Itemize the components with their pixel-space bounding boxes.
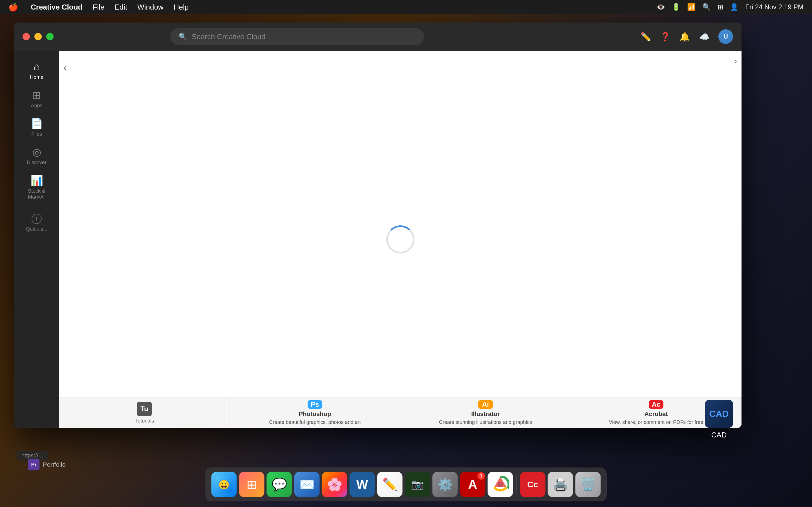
search-icon: 🔍 — [179, 33, 187, 41]
dock-word[interactable]: W — [350, 472, 375, 497]
menu-app-name[interactable]: Creative Cloud — [31, 3, 83, 11]
dock-trash[interactable]: 🗑️ — [575, 472, 601, 497]
sidebar-stock-label: Stock &Market — [28, 188, 45, 200]
svg-text:😀: 😀 — [218, 480, 230, 490]
acrobat-icon-label: Ac — [652, 400, 661, 408]
camo-icon-glyph: 📷 — [411, 478, 424, 490]
user-switcher-icon[interactable]: 👤 — [730, 3, 739, 11]
illustrator-icon-label: Ai — [482, 400, 489, 408]
bottom-apps-strip: Tu Tutorials Ps Photoshop Create beautif… — [59, 397, 742, 428]
ms-word2-icon-glyph: A — [468, 477, 477, 492]
sidebar: ⌂ Home ⊞ Apps 📄 Files ◎ Discover 📊 Stock… — [14, 51, 59, 428]
cc-icon-glyph: Cc — [527, 480, 538, 489]
quick-add-icon: + — [32, 214, 42, 224]
dock-finder[interactable]: 😀 — [211, 472, 237, 497]
sidebar-quick-action[interactable]: + Quick a... — [26, 210, 47, 235]
trash-icon-glyph: 🗑️ — [580, 477, 596, 492]
sidebar-item-home[interactable]: ⌂ Home — [14, 56, 59, 83]
tutorials-app-name: Tutorials — [135, 418, 154, 424]
menu-time: Fri 24 Nov 2:19 PM — [745, 3, 804, 11]
illustrator-icon: Ai — [478, 400, 493, 409]
files-icon: 📄 — [31, 118, 43, 129]
dock-mail[interactable]: ✉️ — [294, 472, 320, 497]
dock-camo[interactable]: 📷 — [405, 472, 430, 497]
home-icon: ⌂ — [34, 61, 40, 73]
sidebar-item-discover[interactable]: ◎ Discover — [14, 142, 59, 169]
eyeball-icon: 👁️ — [657, 3, 665, 11]
sysprefs-icon-glyph: ⚙️ — [437, 477, 453, 492]
control-center-icon[interactable]: ⊞ — [718, 3, 723, 11]
sidebar-item-files[interactable]: 📄 Files — [14, 113, 59, 140]
photoshop-icon-label: Ps — [311, 400, 319, 408]
dock-sysprefs[interactable]: ⚙️ — [433, 472, 458, 497]
photos-icon-glyph: 🌸 — [327, 477, 342, 492]
finder-icon-svg: 😀 — [216, 476, 233, 493]
nav-back-button[interactable]: ‹ — [61, 59, 70, 76]
illustrator-desc: Create stunning illustrations and graphi… — [439, 419, 532, 425]
acrobat-desc: View, share, or comment on PDFs for free — [609, 419, 703, 425]
cad-icon-label: CAD — [709, 409, 728, 419]
mail-icon-glyph: ✉️ — [299, 477, 315, 492]
stock-icon: 📊 — [31, 175, 43, 186]
notifications-icon[interactable]: 🔔 — [679, 32, 690, 42]
titlebar-right-icons: ✏️ ❓ 🔔 ☁️ U — [641, 29, 733, 44]
word-icon-glyph: W — [356, 477, 368, 492]
menu-edit[interactable]: Edit — [114, 3, 127, 11]
portfolio-app-icon: Pr — [28, 459, 40, 470]
sidebar-home-label: Home — [30, 74, 43, 80]
main-content-area — [59, 51, 742, 428]
sidebar-item-apps[interactable]: ⊞ Apps — [14, 85, 59, 112]
photoshop-strip-item[interactable]: Ps Photoshop Create beautiful graphics, … — [230, 397, 400, 428]
printer-icon-glyph: 🖨️ — [553, 477, 568, 492]
freeform-icon-glyph: ✏️ — [382, 477, 398, 492]
window-titlebar: 🔍 Search Creative Cloud ✏️ ❓ 🔔 ☁️ U — [14, 22, 742, 51]
sidebar-files-label: Files — [31, 131, 42, 137]
search-bar[interactable]: 🔍 Search Creative Cloud — [170, 28, 424, 45]
acrobat-app-name: Acrobat — [644, 410, 668, 418]
help-icon[interactable]: ❓ — [660, 32, 670, 42]
tutorials-icon-label: Tu — [140, 405, 148, 413]
photoshop-app-name: Photoshop — [299, 410, 331, 418]
minimize-button[interactable] — [35, 33, 42, 40]
portfolio-label: Portfolio — [43, 461, 66, 468]
user-avatar[interactable]: U — [718, 29, 733, 44]
messages-icon-glyph: 💬 — [271, 477, 287, 492]
sidebar-item-stock[interactable]: 📊 Stock &Market — [14, 170, 59, 203]
sidebar-discover-label: Discover — [27, 160, 47, 166]
cloud-icon[interactable]: ☁️ — [699, 32, 709, 42]
illustrator-strip-item[interactable]: Ai Illustrator Create stunning illustrat… — [400, 397, 571, 428]
cad-desktop-icon[interactable]: CAD CAD — [705, 400, 733, 439]
dock-freeform[interactable]: ✏️ — [377, 472, 403, 497]
apple-menu-icon[interactable]: 🍎 — [8, 3, 18, 12]
menu-help[interactable]: Help — [174, 3, 189, 11]
cad-label: CAD — [711, 431, 727, 439]
dock-photos[interactable]: 🌸 — [322, 472, 347, 497]
apps-icon: ⊞ — [33, 89, 41, 101]
edit-icon[interactable]: ✏️ — [641, 32, 651, 42]
tutorials-icon: Tu — [137, 402, 152, 416]
search-placeholder[interactable]: Search Creative Cloud — [192, 33, 416, 41]
maximize-button[interactable] — [46, 33, 54, 40]
loading-spinner — [386, 225, 414, 253]
photoshop-desc: Create beautiful graphics, photos and ar… — [269, 419, 361, 425]
dock-messages[interactable]: 💬 — [267, 472, 292, 497]
close-button[interactable] — [22, 33, 30, 40]
chrome-icon-svg — [492, 476, 509, 493]
menu-bar-right: 👁️ 🔋 📶 🔍 ⊞ 👤 Fri 24 Nov 2:19 PM — [657, 3, 804, 11]
dock-ms-word2[interactable]: A 1 — [460, 472, 486, 497]
search-menu-icon[interactable]: 🔍 — [702, 3, 711, 11]
menu-bar: 🍎 Creative Cloud File Edit Window Help 👁… — [0, 0, 812, 14]
illustrator-app-name: Illustrator — [471, 410, 500, 418]
dock-chrome[interactable] — [488, 472, 513, 497]
dock-creative-cloud[interactable]: Cc — [520, 472, 546, 497]
menu-file[interactable]: File — [93, 3, 105, 11]
traffic-lights — [22, 33, 54, 40]
right-panel-expand[interactable]: › — [734, 56, 737, 65]
cad-icon-box: CAD — [705, 400, 733, 428]
photoshop-icon: Ps — [308, 400, 322, 409]
menu-window[interactable]: Window — [137, 3, 163, 11]
battery-icon: 🔋 — [672, 3, 680, 11]
dock-launchpad[interactable]: ⊞ — [239, 472, 264, 497]
tutorials-strip-item[interactable]: Tu Tutorials — [59, 397, 230, 428]
dock-printer[interactable]: 🖨️ — [548, 472, 573, 497]
